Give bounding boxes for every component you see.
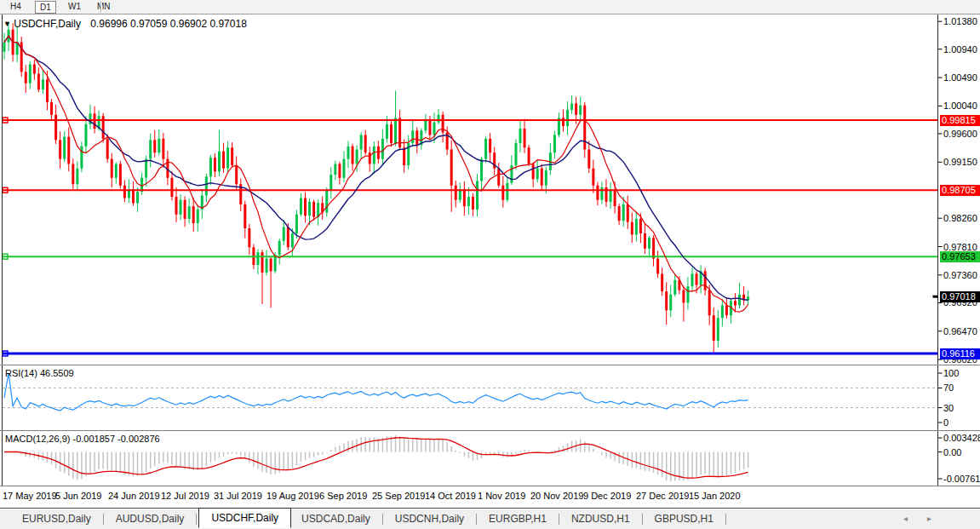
macd-histogram-bar <box>433 440 435 452</box>
rsi-canvas[interactable] <box>0 365 980 430</box>
candle-body <box>214 158 216 171</box>
symbol-tab-usdcnh[interactable]: USDCNH,Daily <box>385 509 474 528</box>
macd-axis-label: 0.003428 <box>943 433 980 443</box>
macd-histogram-bar <box>158 452 160 464</box>
candle-body <box>59 140 61 158</box>
tab-divider <box>103 514 104 525</box>
tab-divider <box>196 514 197 525</box>
macd-histogram-bar <box>670 452 672 481</box>
timeframe-button-w1[interactable]: W1 <box>64 1 85 12</box>
candle-body <box>291 233 294 247</box>
macd-histogram-bar <box>64 452 66 474</box>
candle-body <box>330 175 332 191</box>
candle-body <box>145 159 147 178</box>
symbol-tab-usdcad[interactable]: USDCAD,Daily <box>291 509 381 528</box>
chart-symbol-label: USDCHF,Daily <box>14 18 81 30</box>
macd-histogram-bar <box>106 452 108 470</box>
date-axis-label: 24 Jun 2019 <box>108 491 160 501</box>
chart-title: ▼ USDCHF,Daily 0.96996 0.97059 0.96902 0… <box>3 18 247 30</box>
rsi-indicator-pane[interactable]: RSI(14) 46.5509 10070300 <box>0 365 980 430</box>
rsi-axis-label: 30 <box>943 403 954 413</box>
macd-histogram-bar <box>141 452 143 475</box>
candle-body <box>570 103 573 109</box>
macd-histogram-bar <box>146 452 147 473</box>
macd-histogram-bar <box>464 452 466 457</box>
macd-histogram-bar <box>726 452 728 476</box>
macd-histogram-bar <box>270 452 272 474</box>
symbol-tab-nzdusd[interactable]: NZDUSD,H1 <box>561 509 640 528</box>
candle-body <box>244 204 246 228</box>
candle-body <box>205 176 208 195</box>
macd-histogram-bar <box>124 452 126 475</box>
macd-histogram-bar <box>322 452 324 455</box>
macd-histogram-bar <box>347 441 349 452</box>
macd-histogram-bar <box>129 452 130 475</box>
candle-body <box>300 198 302 214</box>
candle-body <box>514 143 517 165</box>
candle-body <box>713 315 715 341</box>
macd-histogram-bar <box>674 452 676 481</box>
macd-histogram-bar <box>240 452 242 457</box>
symbol-tab-gbpusd[interactable]: GBPUSD,H1 <box>645 509 724 528</box>
macd-histogram-bar <box>219 452 221 458</box>
macd-histogram-bar <box>188 452 190 469</box>
macd-histogram-bar <box>98 452 100 469</box>
symbol-tab-bar: EURUSD,DailyAUDUSD,DailyUSDCHF,DailyUSDC… <box>0 508 980 529</box>
macd-histogram-bar <box>335 447 336 452</box>
candle-body <box>721 305 724 318</box>
tab-scroll-left-icon[interactable]: ◂ <box>903 514 908 523</box>
candle-body <box>84 124 87 147</box>
candle-body <box>119 164 122 186</box>
tab-divider <box>476 514 477 525</box>
timeframe-button-mn[interactable]: MN <box>93 1 115 12</box>
symbol-tab-usdchf[interactable]: USDCHF,Daily <box>198 508 291 528</box>
macd-histogram-bar <box>112 452 113 472</box>
candle-body <box>76 169 78 185</box>
macd-indicator-pane[interactable]: MACD(12,26,9) -0.001857 -0.002876 0.0034… <box>0 430 980 486</box>
candle-body <box>738 295 741 306</box>
candle-body <box>325 191 328 213</box>
macd-histogram-bar <box>718 452 719 478</box>
symbol-tab-eurusd[interactable]: EURUSD,Daily <box>12 509 101 528</box>
tab-scroll-right-icon[interactable]: ▸ <box>927 514 931 523</box>
candle-body <box>696 273 698 285</box>
price-chart-pane[interactable]: ▼ USDCHF,Daily 0.96996 0.97059 0.96902 0… <box>0 14 980 365</box>
candle-body <box>3 43 6 52</box>
timeframe-button-d1[interactable]: D1 <box>35 1 56 14</box>
date-axis-label: 20 Nov 2019 <box>530 491 583 501</box>
candle-body <box>37 74 40 90</box>
symbol-tab-audusd[interactable]: AUDUSD,Daily <box>106 509 195 528</box>
chart-ohlc-values: 0.96996 0.97059 0.96902 0.97018 <box>90 18 247 30</box>
price-chart-canvas[interactable] <box>0 14 980 365</box>
candle-body <box>644 233 646 249</box>
candle-body <box>266 259 268 273</box>
macd-histogram-bar <box>490 452 491 455</box>
macd-histogram-bar <box>227 452 229 454</box>
candle-body <box>42 79 44 89</box>
candle-body <box>46 79 49 102</box>
date-axis-label: 15 Jan 2020 <box>689 491 741 501</box>
price-axis-label: 1.00940 <box>943 44 977 55</box>
macd-histogram-bar <box>618 452 620 464</box>
timeframe-button-h4[interactable]: H4 <box>6 1 26 12</box>
candle-body <box>717 318 719 341</box>
macd-histogram-bar <box>68 452 70 476</box>
macd-histogram-bar <box>364 437 366 452</box>
macd-histogram-bar <box>133 452 135 477</box>
macd-histogram-bar <box>662 452 663 478</box>
rsi-line <box>4 373 748 411</box>
candle-body <box>29 65 32 83</box>
tab-divider <box>559 514 559 525</box>
candle-body <box>403 147 405 165</box>
candle-body <box>347 147 350 159</box>
macd-histogram-bar <box>253 452 255 468</box>
candle-body <box>583 106 586 150</box>
symbol-tabs: EURUSD,DailyAUDUSD,DailyUSDCHF,DailyUSDC… <box>12 509 728 529</box>
candle-body <box>25 72 27 83</box>
macd-histogram-bar <box>192 452 194 471</box>
candle-body <box>352 147 354 164</box>
candle-body <box>484 139 487 159</box>
symbol-tab-eurgbp[interactable]: EURGBP,H1 <box>479 509 557 528</box>
level-price-badge: 0.98705 <box>940 185 980 196</box>
candle-body <box>338 164 341 178</box>
